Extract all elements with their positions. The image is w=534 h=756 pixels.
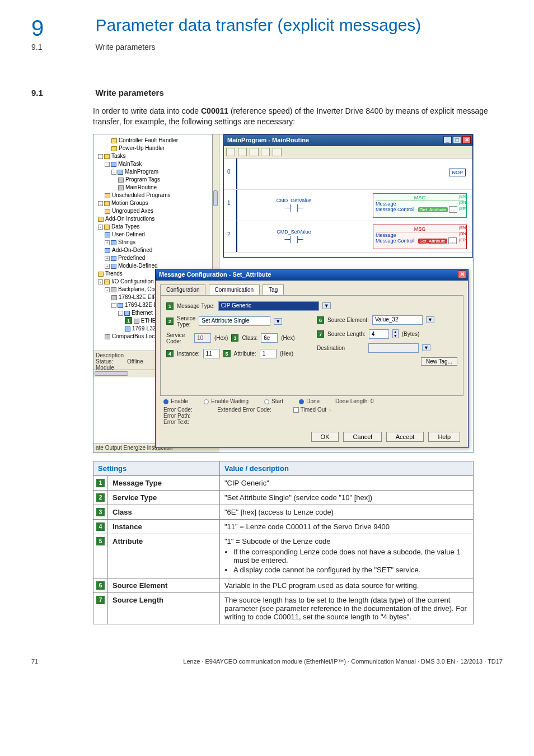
tree-item[interactable]: Tasks	[111, 153, 126, 159]
tree-item[interactable]: MainProgram	[125, 169, 158, 175]
tree-item[interactable]: Add-On-Defined	[112, 247, 152, 253]
rung-0[interactable]: 0 NOP	[224, 158, 472, 190]
msg-ellipsis[interactable]: …	[449, 206, 457, 213]
tree-item[interactable]: I/O Configuration	[111, 278, 154, 284]
message-type-select[interactable]: CIP Generic	[218, 301, 319, 311]
row-name: Source Element	[108, 578, 220, 592]
row-badge: 7	[93, 592, 108, 624]
toolbar-icon[interactable]	[238, 148, 247, 156]
row-badge: 2	[93, 490, 108, 505]
instance-input[interactable]	[203, 349, 220, 358]
toolbar-icon[interactable]	[250, 148, 259, 156]
rung-2[interactable]: 2 CMD_SetValue─┤ ├─ MSG Message Message …	[224, 221, 472, 253]
spinner-icon[interactable]: ▲▼	[392, 329, 399, 338]
tree-item[interactable]: Strings	[118, 239, 135, 245]
subhead-number: 9.1	[31, 43, 93, 52]
tree-item[interactable]: MainTask	[118, 161, 142, 167]
dropdown-icon[interactable]: ▼	[422, 344, 430, 351]
rung-1[interactable]: 1 CMD_GetValue─┤ ├─ MSG Message Message …	[224, 190, 472, 221]
new-tag-button[interactable]: New Tag...	[421, 357, 457, 366]
callout-badge-6: 6	[317, 316, 324, 324]
tab-tag[interactable]: Tag	[263, 284, 284, 295]
tree-item[interactable]: Trends	[105, 270, 123, 277]
hex-label: (Hex)	[280, 351, 293, 357]
intro-pre: In order to write data into code	[93, 106, 201, 115]
rung-flags: (EN)(DN)(ER)	[459, 193, 474, 212]
message-type-label: Message Type:	[177, 303, 215, 309]
cancel-button[interactable]: Cancel	[343, 432, 381, 442]
row-badge: 3	[93, 505, 108, 519]
tree-item[interactable]: User-Defined	[112, 231, 145, 237]
tree-item[interactable]: Add-On Instructions	[105, 216, 154, 222]
tree-item[interactable]: Controller Fault Handler	[119, 137, 178, 143]
service-code-label: Service Code:	[166, 332, 191, 344]
class-input[interactable]	[261, 333, 278, 343]
msg-label: MSG	[376, 195, 464, 201]
contact-caption: CMD_GetValue	[269, 198, 319, 203]
subhead-text: Write parameters	[95, 43, 155, 52]
chapter-title: Parameter data transfer (explicit messag…	[95, 16, 421, 35]
attribute-input[interactable]	[260, 349, 277, 358]
destination-select[interactable]	[368, 343, 419, 353]
ok-button[interactable]: OK	[311, 432, 339, 442]
contact-caption: CMD_SetValue	[269, 229, 319, 235]
tree-item[interactable]: CompactBus Local	[112, 333, 159, 339]
msg-ellipsis[interactable]: …	[448, 237, 457, 244]
timed-out-label: Timed Out	[301, 407, 326, 413]
intro-paragraph: In order to write data into code C00011 …	[93, 106, 503, 127]
row-badge: 1	[93, 475, 108, 490]
msg-line: Message	[376, 201, 396, 207]
maximize-button[interactable]: □	[453, 136, 461, 144]
tree-item[interactable]: MainRoutine	[125, 184, 157, 190]
tree-item[interactable]: Program Tags	[125, 176, 160, 183]
status-label: Status:	[96, 358, 127, 365]
done-status: Done	[306, 398, 320, 404]
tree-item[interactable]: Motion Groups	[111, 200, 148, 206]
tree-item[interactable]: Ungrouped Axes	[112, 208, 153, 214]
service-type-select[interactable]: Set Attribute Single	[199, 316, 270, 326]
toolbar-icon[interactable]	[273, 148, 282, 156]
rung-flags: (EN)(DN)(ER)	[459, 225, 474, 243]
ladder-title: MainProgram - MainRoutine	[227, 137, 309, 143]
source-length-input[interactable]	[369, 329, 389, 339]
callout-badge-5: 5	[223, 350, 231, 357]
row-value: "Set Attribute Single" (service code "10…	[220, 490, 474, 505]
minimize-button[interactable]: _	[443, 136, 452, 144]
toolbar-icon[interactable]	[226, 148, 235, 156]
close-button[interactable]: ✕	[462, 136, 471, 144]
tab-communication[interactable]: Communication	[209, 284, 260, 295]
msg-block-set[interactable]: MSG Message Message Control Set_Attribut…	[373, 225, 467, 249]
tree-item[interactable]: Power-Up Handler	[119, 145, 165, 151]
toolbar-icon[interactable]	[261, 148, 270, 156]
msg-line: Message Control	[376, 207, 414, 212]
tree-item[interactable]: Data Types	[111, 223, 139, 230]
row-value: "11" = Lenze code C00011 of the Servo Dr…	[220, 519, 474, 534]
arrow-icon: ←	[328, 407, 334, 413]
dialog-close-button[interactable]: ✕	[458, 270, 466, 278]
tree-item[interactable]: Predefined	[118, 255, 145, 261]
row-value: The source length has to be set to the l…	[220, 592, 474, 624]
rung-number: 0	[227, 169, 231, 175]
tree-item[interactable]: Unscheduled Programs	[112, 192, 171, 198]
contact-icon: ─┤ ├─	[269, 236, 319, 243]
tree-item[interactable]: Ethernet	[132, 310, 153, 316]
dropdown-icon[interactable]: ▼	[426, 316, 434, 323]
start-status: Start	[271, 398, 283, 404]
dropdown-icon[interactable]: ▼	[322, 302, 331, 309]
dropdown-icon[interactable]: ▼	[274, 318, 282, 325]
source-element-label: Source Element:	[327, 317, 369, 323]
source-element-select[interactable]: Value_32	[372, 315, 423, 325]
value-header: Value / description	[220, 461, 474, 475]
row-name: Source Length	[108, 592, 220, 624]
settings-header: Settings	[93, 461, 220, 475]
row-badge: 6	[93, 578, 108, 592]
tab-configuration[interactable]: Configuration	[160, 284, 205, 296]
timed-out-checkbox[interactable]	[293, 407, 299, 413]
tree-item[interactable]: Module-Defined	[118, 263, 158, 269]
msg-block-get[interactable]: MSG Message Message Control Get_Attribut…	[373, 193, 467, 218]
service-type-label: Service Type:	[177, 315, 195, 328]
done-length: Done Length: 0	[335, 398, 373, 404]
divider-dashes: _ _ _ _ _ _ _ _ _ _ _ _ _ _ _ _ _ _ _ _ …	[31, 64, 503, 73]
help-button[interactable]: Help	[428, 432, 460, 442]
accept-button[interactable]: Accept	[386, 432, 424, 442]
